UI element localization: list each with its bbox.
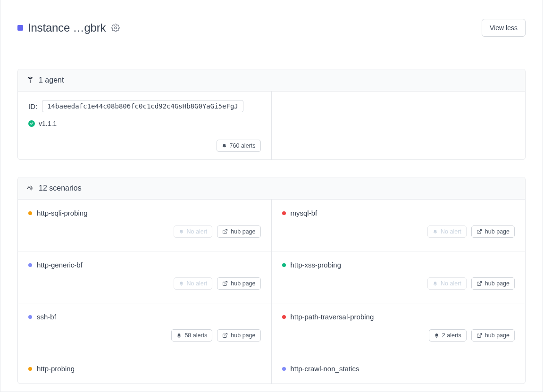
scenario-cell: http-path-traversal-probing2 alertshub p… xyxy=(272,303,526,355)
external-link-icon xyxy=(476,229,482,234)
external-link-icon xyxy=(222,281,228,286)
check-circle-icon xyxy=(28,120,35,127)
hub-page-label: hub page xyxy=(231,332,255,339)
settings-gear-icon[interactable] xyxy=(111,24,120,32)
scenario-name: http-path-traversal-probing xyxy=(291,313,374,321)
agent-alerts-label: 760 alerts xyxy=(230,142,256,149)
agent-cell-empty xyxy=(272,92,526,159)
scenario-alerts-label: No alert xyxy=(187,280,208,287)
hub-page-label: hub page xyxy=(231,280,255,287)
scenario-footer: No alerthub page xyxy=(28,277,261,290)
scenario-footer: No alerthub page xyxy=(282,225,515,238)
hub-page-button[interactable]: hub page xyxy=(217,225,260,238)
external-link-icon xyxy=(222,333,228,338)
scenario-name: http-generic-bf xyxy=(37,261,83,269)
scenario-no-alert-button: No alert xyxy=(174,225,213,238)
agent-id-label: ID: xyxy=(28,102,37,110)
view-less-button[interactable]: View less xyxy=(482,19,526,37)
scenario-alerts-label: No alert xyxy=(441,228,461,235)
scenario-alerts-button[interactable]: 58 alerts xyxy=(171,329,212,342)
scenario-footer: No alerthub page xyxy=(282,277,515,290)
scenario-alerts-label: 58 alerts xyxy=(184,332,207,339)
status-dot-icon xyxy=(28,211,32,215)
agent-cell: ID: 14baeedafc1e44c08b806fc0c1cd92c4GsHb… xyxy=(18,92,272,159)
agents-body: ID: 14baeedafc1e44c08b806fc0c1cd92c4GsHb… xyxy=(18,92,525,159)
svg-point-0 xyxy=(115,27,117,29)
status-dot-icon xyxy=(282,263,286,267)
scenario-alerts-button[interactable]: 2 alerts xyxy=(429,329,467,342)
antenna-icon xyxy=(26,76,34,84)
title-wrap: Instance …gbrk xyxy=(17,21,120,34)
hub-page-label: hub page xyxy=(231,228,255,235)
agent-alerts-button[interactable]: 760 alerts xyxy=(217,140,261,152)
agent-id-value[interactable]: 14baeedafc1e44c08b806fc0c1cd92c4GsHb8G0Y… xyxy=(42,100,243,112)
svg-line-7 xyxy=(225,334,227,336)
hub-page-button[interactable]: hub page xyxy=(471,225,515,238)
scenario-no-alert-button: No alert xyxy=(427,277,467,290)
scenario-cell: mysql-bfNo alerthub page xyxy=(272,200,526,251)
scenarios-card: 12 scenarios http-sqli-probingNo alerthu… xyxy=(17,177,526,384)
bell-icon xyxy=(433,229,438,234)
hub-page-button[interactable]: hub page xyxy=(217,277,260,290)
scenario-name-row: ssh-bf xyxy=(28,313,261,321)
hub-page-button[interactable]: hub page xyxy=(471,329,515,342)
scenario-name-row: http-probing xyxy=(28,365,261,373)
scenario-name-row: http-path-traversal-probing xyxy=(282,313,515,321)
bell-icon xyxy=(179,281,184,286)
hub-page-button[interactable]: hub page xyxy=(471,277,515,290)
external-link-icon xyxy=(476,333,482,338)
page-header: Instance …gbrk View less xyxy=(0,0,543,46)
external-link-icon xyxy=(222,229,228,234)
agents-card: 1 agent ID: 14baeedafc1e44c08b806fc0c1cd… xyxy=(17,69,526,160)
status-dot-icon xyxy=(282,367,286,371)
scenario-no-alert-button: No alert xyxy=(427,225,467,238)
bell-icon xyxy=(434,333,439,338)
scenario-name-row: http-crawl-non_statics xyxy=(282,365,515,373)
hub-page-button[interactable]: hub page xyxy=(217,329,260,342)
scenario-cell: http-xss-probingNo alerthub page xyxy=(272,251,526,303)
scenario-name: ssh-bf xyxy=(37,313,56,321)
svg-line-4 xyxy=(479,230,482,233)
bell-icon xyxy=(179,229,184,234)
scenario-cell: ssh-bf58 alertshub page xyxy=(18,303,272,355)
agents-card-title: 1 agent xyxy=(39,76,64,84)
scenario-name: http-xss-probing xyxy=(291,261,342,269)
agent-version-row: v1.1.1 xyxy=(28,120,261,127)
agents-card-header: 1 agent xyxy=(18,69,525,92)
scenarios-card-header: 12 scenarios xyxy=(18,177,525,200)
svg-line-8 xyxy=(479,334,482,336)
scenario-no-alert-button: No alert xyxy=(174,277,213,290)
svg-line-5 xyxy=(225,282,227,284)
agent-id-row: ID: 14baeedafc1e44c08b806fc0c1cd92c4GsHb… xyxy=(28,100,261,112)
status-dot-icon xyxy=(282,211,286,215)
scenario-alerts-label: 2 alerts xyxy=(442,332,461,339)
page-title: Instance …gbrk xyxy=(28,21,106,34)
scenario-alerts-label: No alert xyxy=(441,280,461,287)
status-dot-icon xyxy=(282,315,286,319)
scenario-alerts-label: No alert xyxy=(187,228,208,235)
scenario-name: http-sqli-probing xyxy=(37,209,88,217)
status-dot-icon xyxy=(28,367,32,371)
hub-page-label: hub page xyxy=(485,280,510,287)
scenarios-body: http-sqli-probingNo alerthub pagemysql-b… xyxy=(18,200,525,384)
scenario-name-row: http-sqli-probing xyxy=(28,209,261,217)
scenario-name-row: http-xss-probing xyxy=(282,261,515,269)
scenario-name-row: mysql-bf xyxy=(282,209,515,217)
svg-line-6 xyxy=(479,282,482,284)
agent-footer: 760 alerts xyxy=(28,140,261,152)
page: Instance …gbrk View less 1 agent xyxy=(0,0,543,392)
scenario-footer: 58 alertshub page xyxy=(28,329,261,342)
bell-icon xyxy=(176,333,182,338)
scenario-cell: http-generic-bfNo alerthub page xyxy=(18,251,272,303)
status-dot-icon xyxy=(28,263,32,267)
bell-icon xyxy=(433,281,438,286)
scenario-cell: http-sqli-probingNo alerthub page xyxy=(18,200,272,251)
scenario-name: http-probing xyxy=(37,365,75,373)
scenario-cell: http-probing xyxy=(18,355,272,384)
external-link-icon xyxy=(476,281,482,286)
scenarios-card-title: 12 scenarios xyxy=(39,184,82,192)
agent-version: v1.1.1 xyxy=(39,120,57,127)
scenario-name: mysql-bf xyxy=(291,209,317,217)
fingerprint-icon xyxy=(26,184,34,192)
scenario-name: http-crawl-non_statics xyxy=(291,365,359,373)
